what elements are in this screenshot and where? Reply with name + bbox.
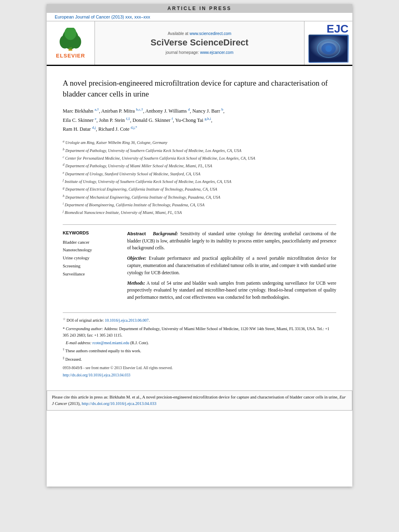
ejc-badge: EJC [309, 23, 349, 63]
keywords-title: KEYWORDS [63, 230, 119, 235]
banner-text: ARTICLE IN PRESS [167, 6, 231, 11]
copyright-text: 0959-8049/$ - see front matter © 2013 El… [63, 365, 336, 371]
affiliation-a: a Urologie am Ring, Kaiser Wilhelm Ring … [63, 139, 336, 146]
affiliation-c: c Center for Personalized Medicine, Univ… [63, 155, 336, 162]
journal-homepage: journal homepage: www.ejcancer.com [166, 50, 233, 55]
citation-text: Please cite this article in press as: Bi… [52, 395, 346, 406]
abstract-methods: Methods: A total of 54 urine and bladder… [127, 280, 336, 301]
svg-point-9 [325, 45, 332, 52]
sciverse-title-text: SciVerse ScienceDirect [150, 37, 248, 47]
abstract-background: Abstract Background: Sensitivity of stan… [127, 230, 336, 252]
email-line: E-mail address: rcote@med.miami.edu (R.J… [63, 340, 336, 346]
available-at-label: Available at [168, 31, 189, 36]
keywords-list: Bladder cancer Nanotechnology Urine cyto… [63, 238, 119, 278]
journal-homepage-url[interactable]: www.ejcancer.com [200, 50, 233, 55]
affiliation-h: h Department of Mechanical Engineering, … [63, 194, 336, 201]
copyright-doi[interactable]: http://dx.doi.org/10.1016/j.ejca.2013.04… [63, 373, 130, 377]
background-label: Background: [153, 231, 178, 236]
keyword-2: Nanotechnology [63, 246, 119, 254]
journal-homepage-label: journal homepage: [166, 50, 199, 55]
abstract-label: Abstract [127, 231, 150, 236]
objective-label: Objective: [127, 256, 146, 261]
sciverse-title: SciVerse ScienceDirect [150, 37, 248, 48]
email-link[interactable]: rcote@med.miami.edu [93, 341, 129, 345]
elsevier-tree-icon: 🌿 [56, 28, 84, 52]
sciverse-url[interactable]: www.sciencedirect.com [189, 31, 231, 36]
ejc-visual-icon [309, 36, 348, 62]
affiliation-b: b Department of Pathology, University of… [63, 147, 336, 154]
ejc-logo: EJC [304, 21, 352, 65]
header-area: 🌿 ELSEVIER Available at www.sciencedirec… [47, 21, 352, 66]
article-in-press-banner: ARTICLE IN PRESS [47, 4, 352, 13]
article-title: A novel precision-engineered microfiltra… [63, 78, 336, 99]
methods-label: Methods: [127, 281, 145, 286]
dagger-note: † These authors contributed equally to t… [63, 347, 336, 354]
keyword-1: Bladder cancer [63, 238, 119, 246]
footer-notes: ☆ DOI of original article: 10.1016/j.ejc… [63, 312, 336, 378]
doubledagger-note: ‡ Deceased. [63, 356, 336, 363]
affiliation-e: e Department of Urology, Stanford Univer… [63, 170, 336, 177]
page: ARTICLE IN PRESS European Journal of Can… [47, 4, 352, 487]
affiliation-d: d Department of Pathology, University of… [63, 162, 336, 169]
ejc-image [309, 35, 349, 63]
available-at: Available at www.sciencedirect.com [168, 31, 231, 36]
bottom-section: KEYWORDS Bladder cancer Nanotechnology U… [63, 224, 336, 304]
journal-line: European Journal of Cancer (2013) xxx, x… [47, 13, 352, 21]
abstract-objective: Objective: Evaluate performance and prac… [127, 255, 336, 276]
copyright-line: 0959-8049/$ - see front matter © 2013 El… [63, 365, 336, 378]
affiliation-g: g Department of Electrical Engineering, … [63, 186, 336, 193]
affiliations: a Urologie am Ring, Kaiser Wilhelm Ring … [63, 139, 336, 216]
affiliation-i: i Department of Bioengineering, Californ… [63, 201, 336, 208]
keyword-4: Screening [63, 262, 119, 270]
citation-box: Please cite this article in press as: Bi… [47, 390, 352, 411]
journal-line-text: European Journal of Cancer (2013) xxx, x… [55, 14, 150, 19]
keywords-column: KEYWORDS Bladder cancer Nanotechnology U… [63, 230, 119, 304]
abstract-column: Abstract Background: Sensitivity of stan… [127, 230, 336, 304]
keyword-3: Urine cytology [63, 254, 119, 262]
sciverse-area: Available at www.sciencedirect.com SciVe… [95, 21, 304, 65]
ejc-text: EJC [327, 23, 348, 35]
svg-text:🌿: 🌿 [69, 47, 72, 50]
elsevier-logo-inner: 🌿 ELSEVIER [56, 28, 85, 59]
affiliation-f: f Institute of Urology, University of So… [63, 178, 336, 185]
doi-url[interactable]: 10.1016/j.ejca.2013.06.007 [105, 318, 148, 322]
affiliation-j: j Biomedical Nanoscience Institute, Univ… [63, 209, 336, 216]
elsevier-logo: 🌿 ELSEVIER [47, 21, 95, 65]
main-content: A novel precision-engineered microfiltra… [47, 66, 352, 384]
citation-doi[interactable]: http://dx.doi.org/10.1016/j.ejca.2013.04… [82, 401, 156, 406]
corresponding-line: * Corresponding author: Address: Departm… [63, 326, 336, 339]
keyword-5: Surveillance [63, 270, 119, 278]
doi-line: ☆ DOI of original article: 10.1016/j.ejc… [63, 317, 336, 324]
authors: Marc Birkhahn a,†, Anirban P. Mitra b,c,… [63, 107, 336, 134]
elsevier-text: ELSEVIER [56, 53, 85, 59]
